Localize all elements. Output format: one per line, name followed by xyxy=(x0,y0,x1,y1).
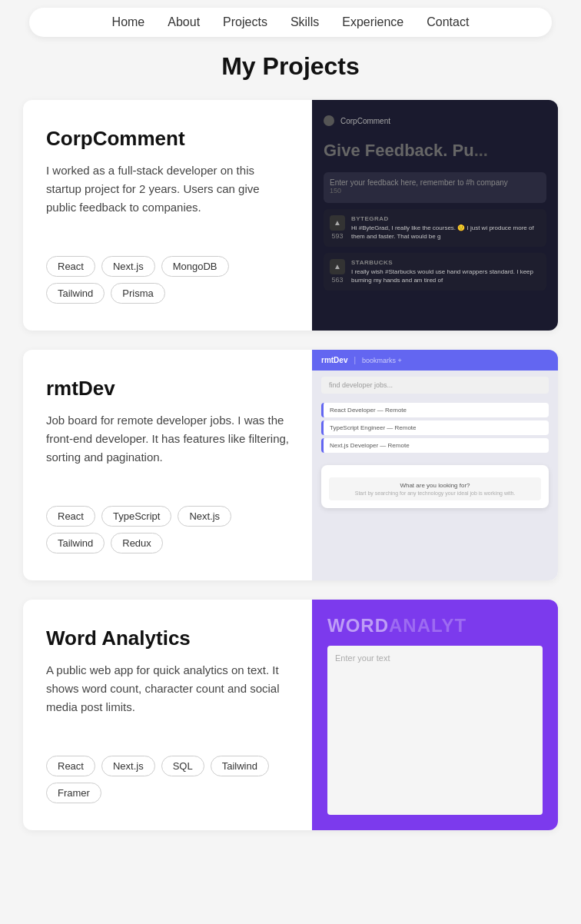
project-image-wordanalytics: WORDANALYT Enter your text xyxy=(312,600,558,830)
corp-feedback-1: ▲ 593 BYTEGRAD Hi #ByteGrad, I really li… xyxy=(324,209,546,247)
project-name-corpcomment: CorpComment xyxy=(46,127,289,151)
project-description-rmtdev: Job board for remote developer jobs. I w… xyxy=(46,411,289,467)
corp-input-area: Enter your feedback here, remember to #h… xyxy=(324,172,546,203)
project-tags-wordanalytics: React Next.js SQL Tailwind Framer xyxy=(46,756,289,803)
corp-feedback-2: ▲ 563 STARBUCKS I really wish #Starbucks… xyxy=(324,253,546,291)
rmt-inner-card: What are you looking for? Start by searc… xyxy=(321,465,549,508)
rmt-inner-label: What are you looking for? xyxy=(334,482,536,489)
rmt-job-list: React Developer — Remote TypeScript Engi… xyxy=(312,397,558,459)
word-mock-title: WORDANALYT xyxy=(327,615,543,636)
project-info-corpcomment: CorpComment I worked as a full-stack dev… xyxy=(23,100,312,331)
tag-react-word: React xyxy=(46,756,95,776)
nav-about[interactable]: About xyxy=(168,15,200,29)
tag-mongodb: MongoDB xyxy=(161,256,229,277)
project-tags-rmtdev: React TypeScript Next.js Tailwind Redux xyxy=(46,506,289,553)
nav-home[interactable]: Home xyxy=(112,15,145,29)
project-image-corpcomment: CorpComment Give Feedback. Pu... Enter y… xyxy=(312,100,558,331)
rmt-job-1: React Developer — Remote xyxy=(321,403,549,417)
nav-experience[interactable]: Experience xyxy=(342,15,403,29)
project-card-corpcomment: CorpComment I worked as a full-stack dev… xyxy=(23,100,558,331)
project-card-wordanalytics: Word Analytics A public web app for quic… xyxy=(23,600,558,830)
tag-tailwind: Tailwind xyxy=(46,283,105,304)
navigation: Home About Projects Skills Experience Co… xyxy=(29,8,552,37)
project-description-wordanalytics: A public web app for quick analytics on … xyxy=(46,661,289,716)
tag-tailwind-rmt: Tailwind xyxy=(46,533,105,553)
rmt-job-2: TypeScript Engineer — Remote xyxy=(321,420,549,435)
tag-prisma: Prisma xyxy=(111,283,164,304)
tag-typescript: TypeScript xyxy=(101,506,171,527)
tag-react-rmt: React xyxy=(46,506,95,527)
project-description-corpcomment: I worked as a full-stack developer on th… xyxy=(46,161,289,217)
project-card-rmtdev: rmtDev | bookmarks + find developer jobs… xyxy=(23,350,558,580)
tag-redux: Redux xyxy=(111,533,163,553)
corp-hero-title: Give Feedback. Pu... xyxy=(324,140,546,162)
tag-nextjs-word: Next.js xyxy=(101,756,155,776)
project-info-rmtdev: rmtDev Job board for remote developer jo… xyxy=(23,350,312,580)
project-name-wordanalytics: Word Analytics xyxy=(46,627,289,650)
corp-logo-text: CorpComment xyxy=(340,117,390,125)
tag-tailwind-word: Tailwind xyxy=(211,756,269,776)
tag-sql: SQL xyxy=(161,756,204,776)
rmt-job-3: Next.js Developer — Remote xyxy=(321,438,549,453)
rmt-search: find developer jobs... xyxy=(321,377,549,394)
project-info-wordanalytics: Word Analytics A public web app for quic… xyxy=(23,600,312,830)
tag-nextjs-rmt: Next.js xyxy=(178,506,231,527)
nav-projects[interactable]: Projects xyxy=(223,15,267,29)
word-mock-textarea: Enter your text xyxy=(327,646,543,815)
project-image-rmtdev: rmtDev | bookmarks + find developer jobs… xyxy=(312,350,558,580)
project-tags-corpcomment: React Next.js MongoDB Tailwind Prisma xyxy=(46,256,289,304)
rmt-inner-sub: Start by searching for any technology yo… xyxy=(334,490,536,496)
tag-framer: Framer xyxy=(46,783,101,803)
nav-skills[interactable]: Skills xyxy=(290,15,319,29)
rmt-logo: rmtDev xyxy=(321,356,347,364)
tag-react: React xyxy=(46,256,95,277)
tag-nextjs: Next.js xyxy=(101,256,155,277)
project-name-rmtdev: rmtDev xyxy=(46,377,289,401)
nav-contact[interactable]: Contact xyxy=(427,15,469,29)
page-title: My Projects xyxy=(0,52,581,81)
